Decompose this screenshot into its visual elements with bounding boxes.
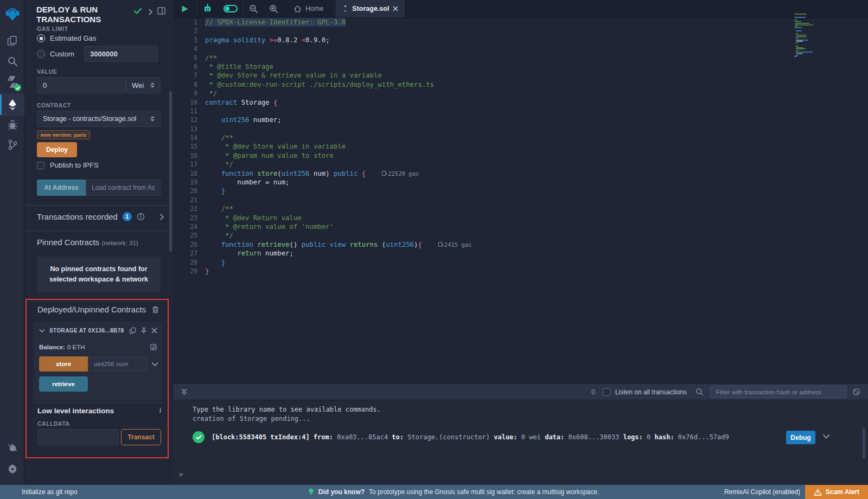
expand-tx-chevron-icon[interactable] [822, 434, 830, 439]
listen-checkbox[interactable] [603, 388, 610, 396]
git-init-action[interactable]: Initialize as git repo [22, 488, 78, 496]
code-line[interactable]: 4 [174, 44, 868, 53]
tab-home[interactable]: Home [287, 0, 330, 17]
terminal-filter-input[interactable] [710, 386, 847, 398]
copilot-toggle-icon[interactable] [218, 0, 243, 17]
collapse-chevron-icon[interactable] [39, 329, 45, 333]
code-line[interactable]: 12 uint256 number; [174, 116, 868, 124]
search-terminal-icon[interactable] [695, 388, 704, 396]
panel-check-icon[interactable] [133, 7, 142, 17]
pin-icon[interactable] [141, 327, 147, 334]
code-line[interactable]: 2 [174, 27, 868, 35]
value-input[interactable] [37, 77, 126, 93]
tab-storage-sol[interactable]: Storage.sol [336, 0, 405, 17]
code-line[interactable]: 1// SPDX-License-Identifier: GPL-3.0 [174, 18, 868, 27]
run-script-icon[interactable] [174, 0, 196, 17]
code-line[interactable]: 29} [174, 267, 868, 276]
terminal-prompt[interactable]: > [179, 471, 183, 478]
radio-unselected-icon[interactable] [37, 50, 45, 58]
custom-gas-radio[interactable]: Custom [37, 50, 74, 58]
code-line[interactable]: 3pragma solidity >=0.8.2 <0.9.0; [174, 36, 868, 44]
code-token: ( [277, 170, 281, 177]
transact-button[interactable]: Transact [121, 429, 161, 445]
instance-header[interactable]: STORAGE AT 0X136...8B78 [39, 327, 157, 334]
code-line[interactable]: 26 function retrieve() public view retur… [174, 240, 868, 249]
clear-console-icon[interactable] [852, 388, 860, 396]
ai-copilot-icon[interactable] [197, 0, 218, 17]
code-line[interactable]: 20 } [174, 187, 868, 195]
code-line[interactable]: 7 * @dev Store & retrieve value in a var… [174, 71, 868, 80]
code-token: { [273, 99, 277, 106]
code-line[interactable]: 28 } [174, 258, 868, 267]
code-line[interactable]: 23 * @dev Return value [174, 214, 868, 222]
code-line[interactable]: 22 /** [174, 204, 868, 213]
zoom-in-icon[interactable] [264, 0, 284, 17]
code-line[interactable]: 21 [174, 196, 868, 204]
plugin-manager-icon[interactable] [0, 438, 24, 459]
close-instance-icon[interactable] [151, 328, 157, 334]
code-line[interactable]: 16 * @param num value to store [174, 151, 868, 160]
terminal-scrollbar[interactable] [863, 427, 865, 459]
panel-layout-icon[interactable] [157, 7, 165, 17]
checkbox-icon[interactable] [37, 162, 44, 169]
panel-scrollbar[interactable] [169, 91, 172, 252]
code-line[interactable]: 14 /** [174, 133, 868, 142]
minimap-line [794, 27, 802, 28]
code-line[interactable]: 5/** [174, 54, 868, 62]
close-tab-icon[interactable] [393, 6, 398, 11]
code-line[interactable]: 27 return number; [174, 249, 868, 258]
at-address-button[interactable]: At Address [37, 180, 86, 196]
code-line[interactable]: 17 */ [174, 160, 868, 169]
custom-gas-input[interactable] [84, 46, 158, 62]
at-address-input[interactable] [86, 180, 161, 196]
code-line[interactable]: 10contract Storage { [174, 98, 868, 107]
solidity-compiler-icon[interactable] [0, 72, 24, 92]
minimap[interactable] [794, 14, 837, 59]
store-arg-input[interactable] [88, 356, 148, 372]
transaction-log-row[interactable]: [block:5583405 txIndex:4] from: 0xa03...… [193, 431, 800, 443]
contract-select[interactable]: Storage - contracts/Storage.sol [37, 111, 161, 127]
panel-forward-icon[interactable] [147, 8, 154, 17]
code-token: >= [269, 36, 277, 44]
store-button[interactable]: store [39, 356, 88, 372]
copilot-status[interactable]: RemixAI Copilot (enabled) [724, 488, 800, 496]
retrieve-button[interactable]: retrieve [39, 376, 88, 392]
zoom-out-icon[interactable] [244, 0, 264, 17]
code-line[interactable]: 13 [174, 125, 868, 133]
scam-alert-button[interactable]: Scam Alert [805, 485, 868, 499]
code-line[interactable]: 11 [174, 107, 868, 116]
trash-icon[interactable] [152, 306, 159, 314]
publish-ipfs-checkbox[interactable]: Publish to IPFS [37, 161, 99, 169]
code-token: */ [221, 232, 233, 239]
lowlevel-info-icon[interactable]: i [159, 407, 161, 415]
remix-logo-icon[interactable] [0, 3, 24, 25]
code-line[interactable]: 6 * @title Storage [174, 62, 868, 71]
file-explorer-icon[interactable] [0, 30, 24, 51]
info-icon[interactable] [137, 213, 145, 221]
calldata-input[interactable] [37, 429, 119, 445]
deploy-button[interactable]: Deploy [37, 142, 77, 157]
debug-button[interactable]: Debug [786, 431, 815, 444]
collapse-terminal-icon[interactable] [181, 388, 188, 395]
code-line[interactable]: 25 */ [174, 231, 868, 240]
edit-icon[interactable] [150, 343, 157, 350]
deploy-run-icon[interactable] [0, 93, 24, 116]
settings-icon[interactable] [0, 459, 24, 479]
estimated-gas-radio[interactable]: Estimated Gas [37, 34, 96, 42]
value-unit-select[interactable]: Wei [126, 77, 161, 93]
code-line[interactable]: 18 function store(uint256 num) public {2… [174, 169, 868, 178]
tx-segment: 0x608...30033 [569, 433, 623, 441]
expand-chevron-icon[interactable] [159, 214, 165, 220]
copy-icon[interactable] [129, 327, 136, 334]
code-line[interactable]: 24 * @return value of 'number' [174, 222, 868, 231]
code-line[interactable]: 15 * @dev Store value in variable [174, 142, 868, 151]
search-icon[interactable] [0, 51, 24, 72]
code-token [205, 241, 221, 248]
code-line[interactable]: 19 number = num; [174, 178, 868, 187]
radio-selected-icon[interactable] [37, 34, 45, 42]
git-icon[interactable] [0, 135, 24, 155]
expand-args-chevron-icon[interactable] [151, 362, 158, 367]
code-line[interactable]: 8 * @custom:dev-run-script ./scripts/dep… [174, 80, 868, 89]
debugger-icon[interactable] [0, 115, 24, 136]
code-line[interactable]: 9 */ [174, 89, 868, 98]
